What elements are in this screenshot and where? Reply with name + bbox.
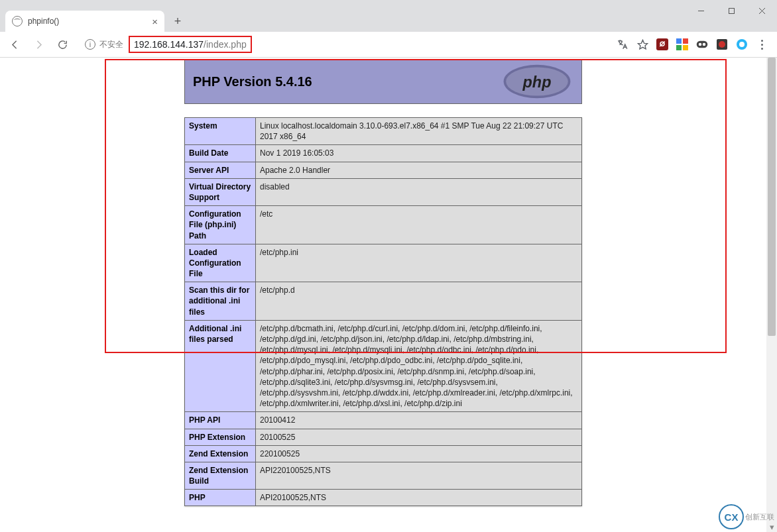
- info-value: Nov 1 2019 16:05:03: [256, 145, 582, 162]
- info-value: 20100412: [256, 412, 582, 429]
- table-row: Build DateNov 1 2019 16:05:03: [185, 145, 582, 162]
- info-key: PHP Extension: [185, 429, 256, 445]
- watermark-logon-icon: CX: [719, 504, 744, 529]
- info-value: API20100525,NTS: [256, 490, 582, 506]
- info-key: Loaded Configuration File: [185, 244, 256, 282]
- table-row: Configuration File (php.ini) Path/etc: [185, 206, 582, 244]
- reload-button[interactable]: [53, 35, 72, 54]
- info-value: disabled: [256, 178, 582, 205]
- info-key: Build Date: [185, 145, 256, 162]
- watermark-text: 创新互联: [745, 512, 774, 522]
- svg-rect-7: [676, 38, 682, 44]
- svg-rect-1: [729, 8, 734, 13]
- toolbar-extensions: [613, 38, 772, 50]
- table-row: Loaded Configuration File/etc/php.ini: [185, 244, 582, 282]
- svg-point-15: [719, 41, 725, 48]
- info-key: Virtual Directory Support: [185, 178, 256, 205]
- page-viewport: PHP Version 5.4.16 php SystemLinux local…: [0, 58, 777, 532]
- svg-point-12: [699, 43, 702, 46]
- info-value: 20100525: [256, 429, 582, 445]
- url-path: /index.php: [204, 39, 247, 50]
- phpinfo-header: PHP Version 5.4.16 php: [184, 59, 582, 104]
- browser-menu-button[interactable]: [756, 38, 768, 50]
- info-key: System: [185, 118, 256, 145]
- info-key: PHP: [185, 490, 256, 506]
- table-row: PHP API20100412: [185, 412, 582, 429]
- info-value: Apache 2.0 Handler: [256, 162, 582, 178]
- table-row: Virtual Directory Supportdisabled: [185, 178, 582, 205]
- table-row: Scan this dir for additional .ini files/…: [185, 282, 582, 321]
- url-highlight-annotation: 192.168.144.137/index.php: [129, 36, 252, 53]
- info-value: /etc: [256, 206, 582, 244]
- info-icon: i: [85, 39, 95, 50]
- table-row: SystemLinux localhost.localdomain 3.10.0…: [185, 118, 582, 145]
- record-icon[interactable]: [716, 38, 728, 50]
- svg-rect-9: [676, 45, 682, 50]
- back-button[interactable]: [5, 35, 24, 54]
- info-key: Server API: [185, 162, 256, 178]
- info-value: 220100525: [256, 445, 582, 462]
- security-label: 不安全: [99, 39, 123, 50]
- info-key: Configuration File (php.ini) Path: [185, 206, 256, 244]
- ublock-icon[interactable]: [656, 38, 668, 50]
- url-host: 192.168.144.137: [134, 39, 204, 50]
- google-apps-icon[interactable]: [676, 38, 688, 50]
- info-value: /etc/php.ini: [256, 244, 582, 282]
- translate-icon[interactable]: [617, 38, 628, 50]
- watermark: CX 创新互联: [719, 504, 774, 529]
- table-row: Additional .ini files parsed/etc/php.d/b…: [185, 320, 582, 412]
- php-version-heading: PHP Version 5.4.16: [193, 74, 312, 89]
- window-minimize-button[interactable]: [686, 0, 716, 21]
- svg-rect-11: [697, 41, 708, 48]
- table-row: Zend Extension220100525: [185, 445, 582, 462]
- info-value: API220100525,NTS: [256, 462, 582, 489]
- info-key: Zend Extension: [185, 445, 256, 462]
- table-row: Server APIApache 2.0 Handler: [185, 162, 582, 178]
- info-key: Additional .ini files parsed: [185, 320, 256, 412]
- table-row: PHP Extension20100525: [185, 429, 582, 445]
- svg-marker-4: [638, 40, 647, 48]
- browser-tab-active[interactable]: phpinfo() ×: [5, 11, 164, 32]
- table-row: PHPAPI20100525,NTS: [185, 490, 582, 506]
- table-row: Zend Extension BuildAPI220100525,NTS: [185, 462, 582, 489]
- info-value: /etc/php.d: [256, 282, 582, 321]
- forward-button[interactable]: [29, 35, 48, 54]
- svg-point-13: [703, 43, 706, 46]
- address-bar: i 不安全 192.168.144.137/index.php: [0, 32, 777, 58]
- window-maximize-button[interactable]: [716, 0, 747, 21]
- svg-text:php: php: [522, 74, 552, 91]
- url-field[interactable]: i 不安全 192.168.144.137/index.php: [77, 34, 607, 54]
- security-indicator[interactable]: i 不安全: [80, 39, 129, 50]
- info-value: /etc/php.d/bcmath.ini, /etc/php.d/curl.i…: [256, 320, 582, 412]
- svg-rect-8: [683, 38, 688, 44]
- info-key: PHP API: [185, 412, 256, 429]
- info-key: Zend Extension Build: [185, 462, 256, 489]
- scrollbar-thumb[interactable]: [768, 58, 776, 336]
- phpinfo-page: PHP Version 5.4.16 php SystemLinux local…: [184, 58, 582, 506]
- phpinfo-table: SystemLinux localhost.localdomain 3.10.0…: [184, 117, 582, 506]
- svg-point-17: [739, 42, 745, 47]
- info-value: Linux localhost.localdomain 3.10.0-693.e…: [256, 118, 582, 145]
- globe-icon: [12, 16, 23, 27]
- php-logo-icon: php: [501, 64, 573, 99]
- tab-title: phpinfo(): [28, 17, 59, 26]
- browser-extension-icon[interactable]: [736, 38, 748, 50]
- new-tab-button[interactable]: +: [168, 12, 187, 30]
- bookmark-star-icon[interactable]: [636, 38, 648, 50]
- vertical-scrollbar[interactable]: ▴ ▾: [766, 58, 777, 532]
- tab-strip: phpinfo() × +: [0, 0, 777, 32]
- tab-close-button[interactable]: ×: [152, 17, 158, 27]
- svg-rect-10: [683, 45, 688, 50]
- incognito-icon[interactable]: [696, 38, 708, 50]
- window-close-button[interactable]: [747, 0, 777, 21]
- info-key: Scan this dir for additional .ini files: [185, 282, 256, 321]
